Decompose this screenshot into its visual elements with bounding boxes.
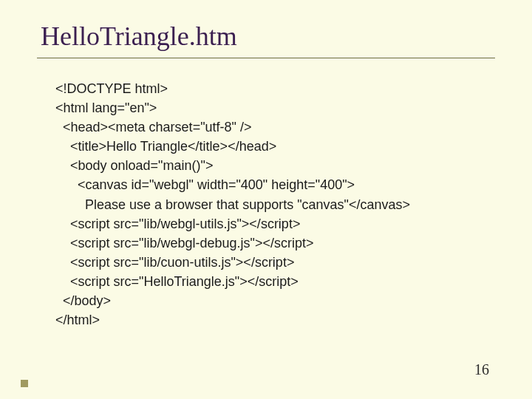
footer-marker-icon <box>21 380 28 387</box>
page-number: 16 <box>474 361 489 378</box>
title-divider <box>37 58 495 58</box>
code-listing: <!DOCTYPE html> <html lang="en"> <head><… <box>55 79 495 330</box>
slide-title: HelloTriangle.htm <box>41 21 495 52</box>
slide: HelloTriangle.htm <!DOCTYPE html> <html … <box>0 0 532 399</box>
